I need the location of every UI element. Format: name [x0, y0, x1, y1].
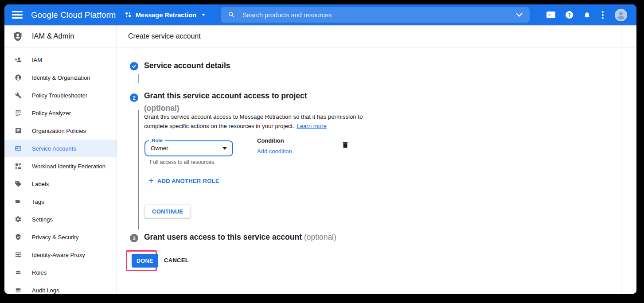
sidebar-item-policy-troubleshooter[interactable]: Policy Troubleshooter — [4, 86, 117, 104]
step-connector — [138, 110, 139, 229]
sidebar-item-identity-organization[interactable]: Identity & Organization — [4, 69, 117, 86]
menu-icon[interactable] — [12, 10, 23, 19]
role-selected-value: Owner — [151, 141, 168, 155]
wrench-icon — [15, 92, 22, 99]
service-account-icon — [15, 145, 22, 152]
gcp-top-bar: Google Cloud Platform Message Retraction… — [4, 4, 636, 25]
step2-title: Grant this service account access to pro… — [144, 89, 307, 114]
sidebar-item-policy-analyzer[interactable]: Policy Analyzer — [4, 104, 117, 122]
add-condition-link[interactable]: Add condition — [257, 148, 292, 155]
sidebar-item-identity-aware-proxy[interactable]: Identity-Aware Proxy — [4, 246, 117, 264]
search-icon — [228, 11, 235, 19]
search-bar[interactable] — [221, 7, 530, 23]
sidebar-item-service-accounts[interactable]: Service Accounts — [4, 140, 117, 157]
step1-completed-check-icon — [130, 62, 138, 70]
step2-number-badge: 2 — [130, 93, 138, 102]
step3-optional-label: (optional) — [304, 233, 336, 241]
project-name: Message Retraction — [136, 12, 196, 19]
account-avatar[interactable] — [615, 9, 627, 21]
person-add-icon — [15, 56, 22, 63]
page-header: Create service account — [117, 25, 636, 47]
trash-icon — [341, 140, 349, 149]
help-icon[interactable]: ? — [566, 11, 573, 19]
condition-label: Condition — [257, 137, 284, 144]
person-circle-icon — [15, 74, 22, 81]
sidebar-item-roles[interactable]: Roles — [4, 264, 117, 281]
plus-icon: + — [148, 176, 154, 185]
browser-viewport: Google Cloud Platform Message Retraction… — [4, 4, 636, 294]
gear-icon — [15, 216, 22, 223]
search-chevron-icon[interactable] — [516, 13, 523, 17]
sidebar-item-settings[interactable]: Settings — [4, 210, 117, 228]
sidebar-item-workload-identity-federation[interactable]: Workload Identity Federation — [4, 157, 117, 175]
sidebar-item-audit-logs[interactable]: Audit Logs — [4, 281, 117, 294]
squares-icon — [15, 163, 22, 170]
sidebar-item-organization-policies[interactable]: Organization Policies — [4, 122, 117, 140]
learn-more-link[interactable]: Learn more — [297, 123, 326, 129]
create-service-account-wizard: Service account details 2 Grant this ser… — [117, 47, 636, 294]
sidebar-header: IAM & Admin — [4, 25, 117, 47]
chevron-down-icon — [202, 14, 205, 16]
more-options-icon[interactable] — [601, 10, 605, 20]
iam-admin-sidebar: IAM & Admin IAM Identity & Organization … — [4, 25, 117, 294]
hat-icon — [15, 269, 22, 276]
step3-title: Grant users access to this service accou… — [144, 233, 336, 242]
step-connector — [138, 74, 139, 83]
sidebar-item-labels[interactable]: Labels — [4, 175, 117, 193]
document-lines-icon — [15, 127, 22, 134]
sidebar-item-tags[interactable]: Tags — [4, 193, 117, 210]
project-icon — [125, 12, 132, 18]
sidebar-item-privacy-security[interactable]: Privacy & Security — [4, 228, 117, 246]
iam-admin-shield-icon — [12, 31, 23, 42]
sidebar-nav: IAM Identity & Organization Policy Troub… — [4, 47, 117, 294]
scrollbar-track-divider — [621, 25, 621, 294]
search-input[interactable] — [242, 12, 516, 19]
main-panel: Create service account Service account d… — [117, 25, 636, 294]
cancel-button[interactable]: CANCEL — [164, 257, 189, 264]
dropdown-caret-icon — [222, 147, 227, 150]
step3-number-badge: 3 — [130, 234, 138, 242]
list-lines-icon — [15, 287, 22, 294]
sidebar-item-iam[interactable]: IAM — [4, 51, 117, 69]
step1-title: Service account details — [144, 61, 230, 70]
cloud-shell-icon[interactable]: >_ — [546, 12, 555, 18]
shield-check-icon — [15, 233, 22, 241]
project-switcher[interactable]: Message Retraction — [125, 4, 205, 25]
done-button[interactable]: DONE — [132, 254, 158, 268]
step2-description: Grant this service account access to Mes… — [144, 113, 367, 131]
notifications-bell-icon[interactable] — [583, 11, 591, 19]
topbar-actions: >_ ? — [546, 4, 627, 25]
proxy-icon — [15, 251, 22, 258]
sidebar-title: IAM & Admin — [32, 32, 74, 40]
document-gear-icon — [15, 109, 22, 117]
role-dropdown[interactable]: Role Owner — [144, 140, 233, 156]
add-another-role-button[interactable]: + ADD ANOTHER ROLE — [148, 176, 219, 185]
page-title: Create service account — [128, 25, 201, 47]
delete-role-button[interactable] — [341, 140, 349, 151]
continue-button[interactable]: CONTINUE — [144, 205, 191, 218]
gcp-brand-logo[interactable]: Google Cloud Platform — [31, 4, 116, 25]
tag-icon — [15, 180, 22, 187]
tag-arrow-icon — [15, 198, 22, 205]
role-helper-text: Full access to all resources. — [150, 159, 215, 165]
